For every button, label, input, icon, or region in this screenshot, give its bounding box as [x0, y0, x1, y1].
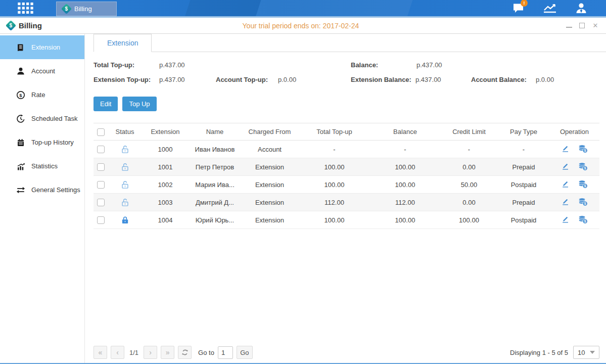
topup-row-icon[interactable]: $ — [578, 215, 588, 225]
account-topup-label: Account Top-up: — [216, 76, 278, 83]
name-cell: Иван Иванов — [189, 141, 241, 158]
page-title: Billing — [19, 21, 42, 30]
column-header-balance: Balance — [370, 123, 440, 141]
top-app-bar: $ Billing ! — [0, 0, 606, 18]
column-header-total-topup: Total Top-up — [299, 123, 370, 141]
column-header-status: Status — [108, 123, 142, 141]
lock-status-icon — [121, 145, 129, 152]
name-cell: Дмитрий Д... — [189, 194, 241, 211]
row-checkbox[interactable] — [97, 181, 105, 189]
pay-type-cell: Prepaid — [498, 194, 549, 211]
page-size-dropdown[interactable]: 10 — [573, 346, 599, 359]
sidebar-item-scheduled-task[interactable]: Scheduled Task — [0, 107, 84, 130]
edit-row-icon[interactable] — [561, 144, 570, 154]
extension-table: Status Extension Name Charged From Total… — [94, 123, 599, 229]
window-close-button[interactable]: ✕ — [592, 22, 599, 29]
extension-topup-value: p.437.00 — [159, 76, 216, 83]
notepad-icon — [16, 138, 25, 147]
credit-limit-cell: 0.00 — [440, 194, 498, 211]
displaying-text: Displaying 1 - 5 of 5 — [510, 349, 568, 356]
app-tab-label: Billing — [74, 5, 92, 13]
total-topup-cell: - — [299, 141, 370, 158]
last-page-button[interactable]: » — [161, 346, 174, 359]
svg-text:$: $ — [584, 166, 586, 170]
row-checkbox[interactable] — [97, 216, 105, 224]
previous-page-button[interactable]: ‹ — [111, 346, 124, 359]
credit-limit-cell: 50.00 — [440, 176, 498, 194]
line-chart-icon — [542, 2, 557, 14]
page-size-value: 10 — [578, 349, 585, 356]
charged-from-cell: Extension — [241, 211, 299, 229]
table-row: 1001 Петр Петров Extension 100.00 100.00… — [94, 158, 599, 176]
goto-page-input[interactable] — [218, 346, 233, 359]
total-topup-label: Total Top-up: — [94, 61, 159, 69]
total-topup-value: p.437.00 — [159, 61, 185, 69]
column-header-charged-from: Charged From — [241, 123, 299, 141]
window-minimize-button[interactable] — [566, 23, 572, 28]
clock-history-icon — [16, 114, 25, 123]
sidebar-item-label: Extension — [31, 43, 60, 51]
sidebar-item-topup-history[interactable]: Top-up History — [0, 130, 84, 154]
trial-notice: Your trial period ends on: 2017-02-24 — [243, 22, 359, 30]
edit-row-icon[interactable] — [561, 179, 570, 190]
sidebar-item-extension[interactable]: Extension — [0, 35, 84, 59]
next-page-button[interactable]: › — [144, 346, 157, 359]
table-header-row: Status Extension Name Charged From Total… — [94, 123, 599, 141]
balance-label: Balance: — [351, 61, 416, 69]
edit-button[interactable]: Edit — [94, 97, 118, 111]
topup-row-icon[interactable]: $ — [578, 179, 588, 190]
sidebar-item-label: General Settings — [31, 186, 80, 194]
topup-row-icon[interactable]: $ — [578, 197, 588, 208]
topup-row-icon[interactable]: $ — [578, 162, 588, 172]
name-cell: Петр Петров — [189, 158, 241, 176]
first-page-button[interactable]: « — [94, 346, 107, 359]
page-indicator: 1/1 — [128, 349, 140, 356]
topup-row-icon[interactable]: $ — [578, 144, 588, 155]
charged-from-cell: Extension — [241, 176, 299, 194]
sidebar: Extension Account $ Rate — [0, 34, 85, 363]
sidebar-item-label: Top-up History — [31, 139, 74, 146]
charged-from-cell: Extension — [241, 194, 299, 211]
ledger-icon — [16, 42, 25, 52]
edit-row-icon[interactable] — [561, 162, 570, 172]
total-topup-cell: 112.00 — [299, 194, 370, 211]
app-tab-billing[interactable]: $ Billing — [56, 2, 117, 16]
row-checkbox[interactable] — [97, 146, 105, 153]
refresh-button[interactable] — [178, 346, 192, 359]
window-maximize-button[interactable] — [579, 23, 585, 28]
edit-row-icon[interactable] — [561, 215, 570, 225]
sidebar-item-rate[interactable]: $ Rate — [0, 83, 84, 107]
svg-text:$: $ — [19, 92, 22, 98]
tab-extension[interactable]: Extension — [94, 34, 152, 52]
chevron-down-icon — [590, 351, 595, 354]
pay-type-cell: Prepaid — [498, 158, 549, 176]
top-up-button[interactable]: Top Up — [122, 97, 156, 111]
select-all-checkbox[interactable] — [97, 128, 105, 136]
sidebar-item-general-settings[interactable]: General Settings — [0, 178, 84, 202]
go-button[interactable]: Go — [237, 346, 253, 359]
pay-type-cell: Postpaid — [498, 176, 549, 194]
table-row: 1003 Дмитрий Д... Extension 112.00 112.0… — [94, 194, 599, 211]
sidebar-item-label: Account — [31, 67, 55, 75]
credit-limit-cell: - — [440, 141, 498, 158]
extension-balance-label: Extension Balance: — [351, 76, 415, 83]
lock-status-icon — [121, 215, 129, 223]
lock-status-icon — [121, 162, 129, 170]
row-checkbox[interactable] — [97, 199, 105, 206]
refresh-icon — [181, 349, 189, 356]
name-cell: Мария Ива... — [189, 176, 241, 194]
charged-from-cell: Account — [241, 141, 299, 158]
sidebar-item-account[interactable]: Account — [0, 59, 84, 83]
svg-text:$: $ — [584, 219, 586, 223]
app-launcher-grid-icon[interactable] — [17, 3, 35, 14]
edit-row-icon[interactable] — [561, 197, 570, 207]
user-button[interactable] — [572, 1, 591, 15]
statistics-button[interactable] — [540, 1, 560, 15]
row-checkbox[interactable] — [97, 163, 105, 171]
name-cell: Юрий Юрь... — [189, 211, 241, 229]
table-row: 1000 Иван Иванов Account - - - - — [94, 141, 599, 158]
account-balance-value: p.0.00 — [536, 76, 554, 83]
sidebar-item-label: Rate — [31, 91, 45, 99]
sidebar-item-statistics[interactable]: Statistics — [0, 154, 84, 178]
messages-button[interactable]: ! — [509, 1, 528, 15]
